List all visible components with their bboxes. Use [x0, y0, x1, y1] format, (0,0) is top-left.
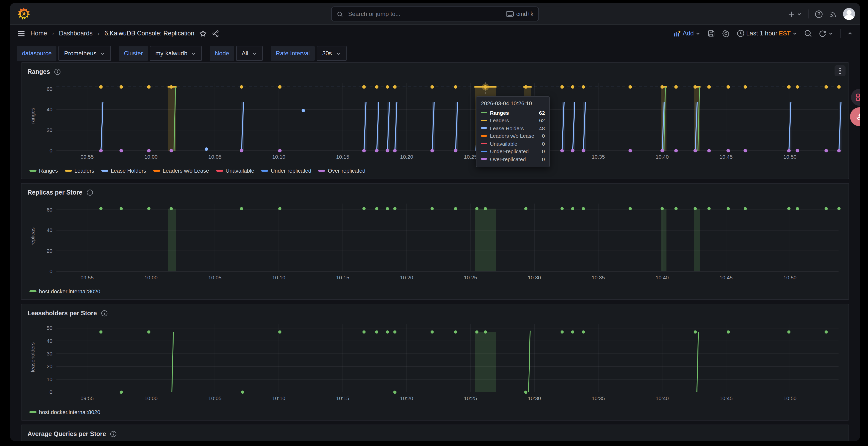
squares-icon — [856, 93, 860, 101]
tooltip-series-label: Unavailable — [490, 141, 539, 147]
save-icon — [707, 29, 715, 37]
tooltip-series-swatch — [481, 128, 487, 129]
tooltip-series-swatch — [481, 112, 487, 113]
svg-text:0: 0 — [50, 389, 53, 395]
svg-text:10:00: 10:00 — [144, 396, 158, 401]
legend-item[interactable]: host.docker.internal:8020 — [29, 409, 100, 415]
news-button[interactable] — [829, 10, 837, 18]
legend-swatch — [65, 170, 72, 172]
svg-text:09:55: 09:55 — [81, 275, 94, 280]
variable-value-datasource[interactable]: Prometheus — [59, 46, 111, 61]
tooltip-row: Over-replicated0 — [481, 155, 545, 163]
tooltip-series-label: Over-replicated — [490, 156, 539, 162]
favorite-star-icon[interactable] — [199, 30, 207, 37]
screenshot-stage: cmd+k Home › Dashboards › 6.KaiwuDB Cons… — [0, 0, 868, 446]
clock-icon — [737, 29, 745, 37]
legend-item[interactable]: Lease Holders — [101, 168, 146, 174]
legend-item[interactable]: Leaders w/o Lease — [153, 168, 209, 174]
chevron-down-icon — [191, 50, 196, 56]
search-bar[interactable]: cmd+k — [331, 6, 539, 22]
extension-grid-button[interactable] — [851, 89, 860, 106]
tooltip-series-value: 0 — [542, 148, 545, 155]
rss-icon — [829, 10, 837, 18]
search-shortcut: cmd+k — [506, 11, 533, 17]
panel-title[interactable]: Replicas per Store — [28, 189, 83, 196]
time-range-picker[interactable]: Last 1 hour EST — [737, 29, 798, 37]
svg-text:20: 20 — [47, 127, 53, 133]
legend-swatch — [153, 170, 160, 172]
breadcrumb-home[interactable]: Home — [30, 30, 47, 37]
variable-value-cluster[interactable]: my-kaiwudb — [150, 46, 202, 61]
grafana-logo-icon[interactable] — [17, 7, 30, 21]
legend-item[interactable]: host.docker.internal:8020 — [29, 288, 100, 294]
save-dashboard-button[interactable] — [707, 29, 715, 37]
add-panel-button[interactable]: Add — [673, 30, 701, 37]
user-avatar[interactable] — [843, 8, 855, 20]
info-icon[interactable] — [101, 310, 108, 317]
refresh-button[interactable] — [818, 29, 834, 37]
svg-text:10:50: 10:50 — [783, 275, 797, 280]
breadcrumb-dashboards[interactable]: Dashboards — [59, 30, 93, 37]
leaseholders-chart[interactable]: 09:5510:0010:0510:1010:1510:2010:2510:30… — [28, 319, 843, 407]
panel-replicas-per-store: Replicas per Store 09:5510:0010:0510:101… — [21, 183, 849, 300]
svg-text:09:55: 09:55 — [81, 396, 94, 401]
info-icon[interactable] — [54, 68, 61, 75]
help-button[interactable] — [814, 10, 823, 18]
info-icon[interactable] — [110, 431, 117, 438]
variable-value-rate-interval[interactable]: 30s — [317, 46, 346, 61]
tooltip-series-swatch — [481, 135, 487, 137]
sparkle-refresh-icon — [855, 112, 860, 122]
legend-label: Unavailable — [225, 168, 254, 174]
dashboard-settings-button[interactable] — [722, 29, 730, 38]
svg-text:10:20: 10:20 — [400, 275, 413, 280]
svg-text:10:15: 10:15 — [336, 154, 349, 160]
legend-swatch — [29, 290, 36, 293]
tooltip-row: Ranges62 — [481, 109, 545, 116]
legend-item[interactable]: Unavailable — [216, 168, 254, 174]
menu-icon[interactable] — [17, 29, 26, 38]
panel-title[interactable]: Average Queries per Store — [28, 431, 106, 438]
info-icon[interactable] — [86, 189, 93, 196]
tooltip-series-swatch — [481, 120, 487, 121]
svg-text:10:50: 10:50 — [783, 396, 797, 401]
ranges-chart[interactable]: 09:5510:0010:0510:1010:1510:2010:2510:30… — [28, 78, 843, 166]
svg-text:10:40: 10:40 — [655, 396, 669, 401]
legend-label: Under-replicated — [271, 168, 311, 174]
panel-title[interactable]: Leaseholders per Store — [28, 310, 97, 317]
tooltip-row: Unavailable0 — [481, 140, 545, 147]
zoom-out-button[interactable] — [804, 29, 812, 37]
assistant-button[interactable] — [850, 107, 860, 126]
replicas-chart[interactable]: 09:5510:0010:0510:1010:1510:2010:2510:30… — [28, 199, 843, 286]
svg-text:0: 0 — [50, 148, 53, 153]
svg-text:09:55: 09:55 — [81, 154, 94, 160]
tooltip-series-value: 0 — [542, 141, 545, 147]
collapse-controls-button[interactable] — [847, 30, 853, 36]
zoom-out-icon — [804, 29, 812, 37]
new-menu-button[interactable] — [787, 10, 802, 18]
panel-ranges: Ranges 09:5510:0010:0510:1010:1510:2010:… — [21, 62, 849, 179]
svg-text:0: 0 — [50, 268, 53, 274]
search-input[interactable] — [347, 10, 502, 18]
legend-item[interactable]: Over-replicated — [318, 168, 365, 174]
legend-item[interactable]: Ranges — [29, 168, 58, 174]
svg-text:10:05: 10:05 — [208, 154, 221, 160]
search-icon — [337, 11, 343, 17]
svg-text:60: 60 — [47, 207, 53, 212]
panel-menu-button[interactable] — [835, 65, 845, 76]
variable-value-node[interactable]: All — [236, 46, 263, 61]
variable-label-rate-interval: Rate Interval — [271, 46, 315, 61]
legend-swatch — [216, 170, 223, 172]
tooltip-series-label: Ranges — [490, 110, 536, 116]
tooltip-series-swatch — [481, 159, 487, 160]
svg-text:10:25: 10:25 — [464, 396, 477, 401]
legend-item[interactable]: Leaders — [65, 168, 94, 174]
legend-label: Leaders — [74, 168, 94, 174]
share-icon[interactable] — [212, 30, 219, 37]
tooltip-series-label: Lease Holders — [490, 125, 536, 131]
svg-text:30: 30 — [47, 351, 53, 356]
svg-text:10:35: 10:35 — [592, 275, 605, 280]
svg-text:10:25: 10:25 — [464, 275, 477, 280]
panel-title[interactable]: Ranges — [28, 68, 50, 75]
legend-item[interactable]: Under-replicated — [261, 168, 311, 174]
help-icon — [814, 10, 823, 18]
